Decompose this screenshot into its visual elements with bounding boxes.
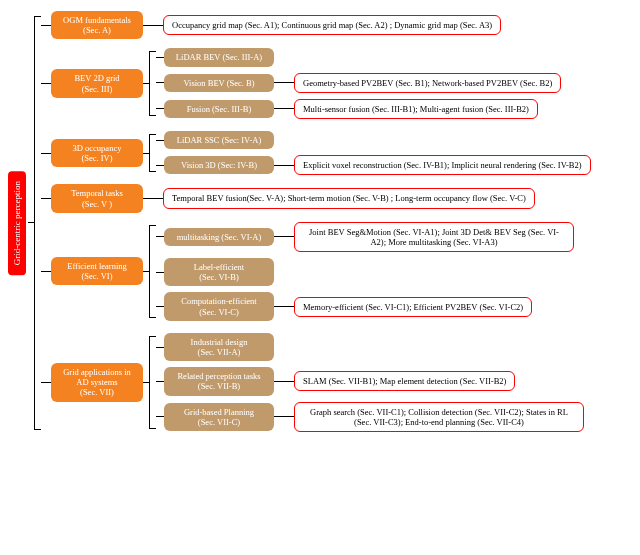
node-sec: VII-C <box>217 417 237 427</box>
tree-diagram: Grid-centric perception OGM fundamentals… <box>8 8 632 438</box>
branch-app-plan: Grid-based Planning(Sec. VII-C) Graph se… <box>156 402 584 432</box>
node-title: OGM fundamentals <box>63 15 131 25</box>
node-sec: IV-B <box>237 160 254 170</box>
leaf-eff-multi: Joint BEV Seg&Motion (Sec. VI-A1); Joint… <box>294 222 574 252</box>
branch-bev: BEV 2D grid (Sec. III) LiDAR BEV (Sec. I… <box>41 45 632 122</box>
node-title: Industrial design <box>191 337 248 347</box>
node-title: Vision BEV <box>183 78 224 88</box>
leaf-temporal: Temporal BEV fusion(Sec. V-A); Short-ter… <box>163 188 535 208</box>
node-sec: IV <box>101 153 110 163</box>
branch-efficient: Efficient learning (Sec. VI) multitaskin… <box>41 219 632 324</box>
node-sec: III-A <box>242 52 259 62</box>
leaf-app-rel: SLAM (Sec. VII-B1); Map element detectio… <box>294 371 515 391</box>
node-sec: VII-A <box>217 347 238 357</box>
branch-ogm: OGM fundamentals (Sec. A) Occupancy grid… <box>41 11 632 39</box>
node-title: Temporal tasks <box>71 188 123 198</box>
branch-app-rel: Related perception tasks(Sec. VII-B) SLA… <box>156 367 584 395</box>
node-title: Grid-based Planning <box>184 407 254 417</box>
node-title: Vision 3D <box>181 160 216 170</box>
node-sec: III-B <box>231 104 248 114</box>
node-bev-lidar: LiDAR BEV (Sec. III-A) <box>164 48 274 66</box>
node-bev-vision: Vision BEV (Sec. B) <box>164 74 274 92</box>
node-eff-label: Label-efficient(Sec. VI-B) <box>164 258 274 286</box>
node-title: 3D occupancy <box>73 143 122 153</box>
node-sec: VI-C <box>218 307 235 317</box>
leaf-3d-vision: Explicit voxel reconstruction (Sec. IV-B… <box>294 155 591 175</box>
node-title: LiDAR BEV <box>176 52 220 62</box>
leaf-ogm: Occupancy grid map (Sec. A1); Continuous… <box>163 15 501 35</box>
branch-bev-lidar: LiDAR BEV (Sec. III-A) <box>156 48 561 66</box>
branch-eff-comp: Computation-efficient(Sec. VI-C) Memory-… <box>156 292 574 320</box>
node-sec: VII-B <box>217 381 237 391</box>
node-title: BEV 2D grid <box>74 73 119 83</box>
leaf-bev-vision: Geometry-based PV2BEV (Sec. B1); Network… <box>294 73 561 93</box>
node-title: Efficient learning <box>67 261 127 271</box>
branch-app: Grid applications in AD systems (Sec. VI… <box>41 330 632 435</box>
branch-bev-fusion: Fusion (Sec. III-B) Multi-sensor fusion … <box>156 99 561 119</box>
leaf-bev-fusion: Multi-sensor fusion (Sec. III-B1); Multi… <box>294 99 538 119</box>
node-bev-fusion: Fusion (Sec. III-B) <box>164 100 274 118</box>
node-eff-comp: Computation-efficient(Sec. VI-C) <box>164 292 274 320</box>
root-column: Grid-centric perception <box>8 8 28 438</box>
branch-3d: 3D occupancy (Sec. IV) LiDAR SSC (Sec: I… <box>41 128 632 178</box>
node-app-plan: Grid-based Planning(Sec. VII-C) <box>164 403 274 431</box>
node-sec: V <box>101 199 107 209</box>
node-temporal: Temporal tasks (Sec. V ) <box>51 184 143 212</box>
branch-app-ind: Industrial design(Sec. VII-A) <box>156 333 584 361</box>
node-bev: BEV 2D grid (Sec. III) <box>51 69 143 97</box>
node-sec: III <box>101 84 110 94</box>
node-sec: B <box>246 78 252 88</box>
node-title: Grid applications in AD systems <box>63 367 131 387</box>
node-title: multitasking <box>177 232 220 242</box>
node-eff-multi: multitasking (Sec. VI-A) <box>164 228 274 246</box>
node-sec: VI <box>101 271 110 281</box>
node-title: Related perception tasks <box>177 371 260 381</box>
branch-eff-label: Label-efficient(Sec. VI-B) <box>156 258 574 286</box>
node-efficient: Efficient learning (Sec. VI) <box>51 257 143 285</box>
branch-eff-multi: multitasking (Sec. VI-A) Joint BEV Seg&M… <box>156 222 574 252</box>
node-sec: VII <box>99 387 111 397</box>
node-app: Grid applications in AD systems (Sec. VI… <box>51 363 143 402</box>
leaf-app-plan: Graph search (Sec. VII-C1); Collision de… <box>294 402 584 432</box>
node-app-ind: Industrial design(Sec. VII-A) <box>164 333 274 361</box>
node-3d-lidar: LiDAR SSC (Sec: IV-A) <box>164 131 274 149</box>
node-ogm: OGM fundamentals (Sec. A) <box>51 11 143 39</box>
node-3d: 3D occupancy (Sec. IV) <box>51 139 143 167</box>
branch-temporal: Temporal tasks (Sec. V ) Temporal BEV fu… <box>41 184 632 212</box>
branch-bev-vision: Vision BEV (Sec. B) Geometry-based PV2BE… <box>156 73 561 93</box>
node-sec: VI-B <box>218 272 235 282</box>
node-sec: A <box>102 25 108 35</box>
node-title: Label-efficient <box>194 262 244 272</box>
branch-3d-lidar: LiDAR SSC (Sec: IV-A) <box>156 131 591 149</box>
node-3d-vision: Vision 3D (Sec: IV-B) <box>164 156 274 174</box>
leaf-eff-comp: Memory-efficient (Sec. VI-C1); Efficient… <box>294 297 532 317</box>
branch-3d-vision: Vision 3D (Sec: IV-B) Explicit voxel rec… <box>156 155 591 175</box>
node-sec: IV-A <box>241 135 258 145</box>
root-node: Grid-centric perception <box>8 171 26 275</box>
node-title: Fusion <box>187 104 210 114</box>
node-title: LiDAR SSC <box>177 135 220 145</box>
node-sec: VI-A <box>241 232 259 242</box>
level1-children: OGM fundamentals (Sec. A) Occupancy grid… <box>41 8 632 438</box>
node-app-rel: Related perception tasks(Sec. VII-B) <box>164 367 274 395</box>
node-title: Computation-efficient <box>181 296 256 306</box>
